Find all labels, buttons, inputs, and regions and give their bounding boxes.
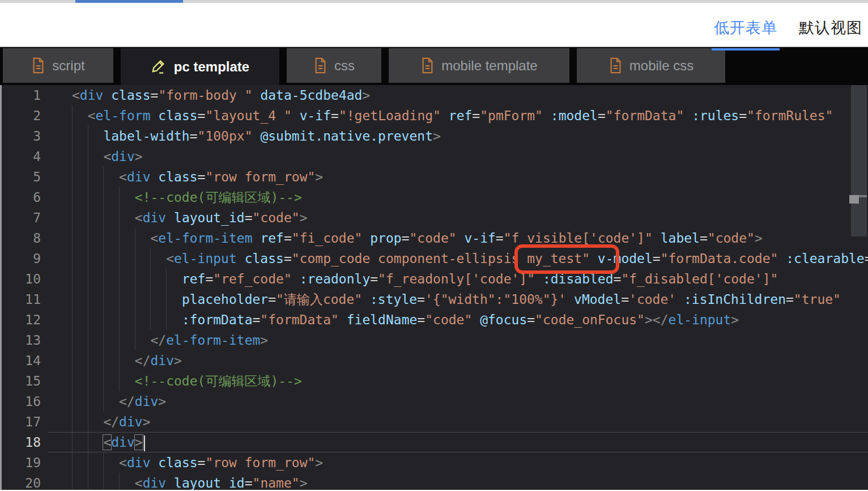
tab-mobile-css[interactable]: mobile css	[577, 48, 725, 83]
code-line[interactable]: 10 ref="ref_code" :readonly="f_readonly[…	[0, 269, 868, 289]
code-token-s: "formRules"	[747, 108, 833, 123]
code-token-a: :disabled	[543, 272, 614, 286]
view-item-1[interactable]: 默认视图	[799, 18, 862, 50]
line-number: 7	[0, 208, 41, 228]
code-token-p: <	[150, 231, 158, 246]
text-cursor	[144, 435, 145, 451]
code-token-a: v-if	[300, 108, 331, 123]
code-text: <el-input class="comp_code component-ell…	[72, 248, 868, 269]
code-text: </div>	[72, 412, 151, 432]
code-token-a: v-if	[464, 231, 495, 246]
code-token-a: ref	[260, 231, 284, 246]
code-text: placeholder="请输入code" :style='{"width":"…	[72, 289, 841, 310]
code-line[interactable]: 3 label-width="100px" @submit.native.pre…	[0, 126, 868, 146]
code-token-a: :style	[370, 292, 417, 307]
code-token-t: div	[111, 435, 135, 450]
code-token-e: =	[331, 108, 339, 123]
code-text: <div class="row form_row">	[72, 167, 323, 187]
code-line[interactable]: 6 <!--code(可编辑区域)-->	[0, 187, 868, 208]
code-token-p: >	[300, 476, 308, 490]
code-line[interactable]: 19 <div class="row form_row">	[0, 452, 868, 473]
code-line[interactable]: 4 <div>	[0, 146, 868, 167]
code-token-a: :readonly	[300, 272, 371, 286]
code-token-s: "请输入code"	[276, 292, 362, 307]
code-line[interactable]: 17 </div>	[0, 412, 868, 432]
tab-mobile-template[interactable]: mobile template	[389, 48, 569, 83]
code-token-e: =	[198, 170, 206, 184]
code-token-p: >	[143, 414, 151, 429]
code-token-a: prop	[370, 231, 401, 246]
code-line[interactable]: 2 <el-form class="layout_4 " v-if="!getL…	[0, 105, 868, 126]
code-line[interactable]: 14 </div>	[0, 350, 868, 371]
code-text: <div>	[72, 432, 145, 452]
code-token-e: =	[739, 108, 747, 123]
code-token-t: div	[150, 353, 174, 368]
code-line[interactable]: 13 </el-form-item>	[0, 330, 868, 350]
code-token-p: <	[72, 88, 80, 103]
code-line[interactable]: 8 <el-form-item ref="fi_code" prop="code…	[0, 228, 868, 248]
tab-css[interactable]: css	[287, 48, 381, 83]
code-token-e: =	[198, 108, 206, 123]
line-number: 8	[0, 228, 41, 248]
code-line[interactable]: 18 <div>	[0, 432, 868, 452]
view-item-0[interactable]: 低开表单	[714, 18, 777, 50]
code-line[interactable]: 20 <div layout_id="name">	[0, 473, 868, 490]
code-token-p: >	[433, 129, 441, 143]
code-token-s: "pmForm"	[480, 108, 543, 123]
code-token-p: >	[362, 88, 370, 103]
code-token-s: "code"	[410, 231, 457, 246]
file-tab-bar: scriptpc templatecssmobile templatemobil…	[0, 47, 868, 85]
code-line[interactable]: 12 :formData="formData" fieldName="code"…	[0, 310, 868, 330]
code-token-e: =	[370, 272, 378, 286]
code-line[interactable]: 16 </div>	[0, 391, 868, 412]
code-token-t: div	[80, 88, 104, 103]
code-token-e: =	[472, 108, 480, 123]
code-token-s: "code"	[425, 312, 472, 327]
code-line[interactable]: 5 <div class="row form_row">	[0, 167, 868, 187]
view-switcher: 低开表单默认视图	[714, 18, 862, 50]
code-token-t: div	[111, 149, 135, 164]
code-token-t: el-input	[669, 312, 731, 327]
code-token-s: "code_onFocus"	[535, 312, 645, 327]
code-token-t: div	[135, 394, 159, 409]
code-token-s: "comp_code component-ellipsis	[292, 251, 527, 266]
overview-ruler-markline	[859, 195, 867, 197]
code-token-s: '{"width":"100%"}'	[425, 292, 566, 307]
code-token-a: @focus	[480, 312, 527, 327]
code-token-e: =	[190, 129, 198, 143]
code-token-p: </	[135, 353, 151, 368]
code-line[interactable]: 11 placeholder="请输入code" :style='{"width…	[0, 289, 868, 310]
code-token-t: div	[143, 210, 167, 225]
line-number: 1	[0, 85, 41, 105]
code-line[interactable]: 9 <el-input class="comp_code component-e…	[0, 248, 868, 269]
code-token-a: class	[158, 455, 197, 470]
tab-label: script	[52, 58, 84, 74]
code-text: <div class="form-body " data-5cdbe4ad>	[72, 85, 370, 105]
code-token-p: </	[103, 414, 119, 429]
code-token-p: >	[315, 455, 323, 470]
code-token-a: placeholder	[182, 292, 268, 307]
code-token-e: =	[284, 231, 292, 246]
code-token-s: "form-body "	[158, 88, 252, 103]
tab-pc-template[interactable]: pc template	[121, 48, 279, 85]
bracket-match: >	[135, 435, 143, 450]
line-number: 14	[0, 350, 41, 371]
code-line[interactable]: 1<div class="form-body " data-5cdbe4ad>	[0, 85, 868, 105]
line-number: 4	[0, 146, 41, 167]
code-line[interactable]: 15 <!--code(可编辑区域)-->	[0, 371, 868, 391]
code-token-a: :clearable	[786, 251, 864, 266]
code-token-e: =	[417, 312, 425, 327]
code-editor[interactable]: 1<div class="form-body " data-5cdbe4ad>2…	[0, 85, 868, 490]
code-line[interactable]: 7 <div layout_id="code">	[0, 208, 868, 228]
code-text: <div>	[72, 146, 143, 167]
code-text: <div class="row form_row">	[72, 452, 323, 473]
line-number: 2	[0, 105, 41, 126]
code-token-a: ref	[182, 272, 206, 286]
code-token-s: "true"	[794, 292, 841, 307]
code-token-a: data-5cdbe4ad	[260, 88, 362, 103]
tab-script[interactable]: script	[3, 48, 113, 83]
code-token-t: el-form	[96, 108, 151, 123]
code-token-s: "layout_4 "	[205, 108, 291, 123]
scrollbar-thumb[interactable]	[851, 85, 867, 236]
code-token-a: v-model	[598, 251, 653, 266]
